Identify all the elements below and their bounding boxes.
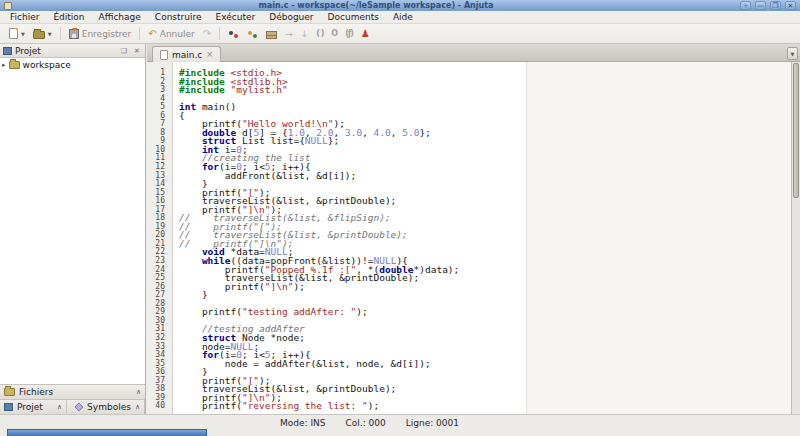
undo-icon: ↶ (148, 28, 156, 40)
line-number: 2 (147, 78, 169, 87)
function-button[interactable]: (ƒ) (341, 28, 357, 39)
circle-icon: O (331, 29, 337, 38)
fold-margin (169, 120, 179, 129)
menu-item[interactable]: Aide (386, 12, 420, 22)
code-line: 4 (147, 95, 791, 104)
menu-item[interactable]: Documents (321, 12, 386, 22)
expander-icon[interactable]: ▸ (2, 61, 6, 69)
fold-margin (169, 206, 179, 215)
status-line: Ligne: 0001 (406, 418, 459, 428)
tab-close-icon[interactable]: × (206, 50, 213, 59)
close-button[interactable]: ✕ (785, 1, 796, 10)
code-text: int main() (179, 103, 791, 112)
function-parens-icon: (ƒ) (345, 29, 353, 38)
run-button[interactable]: → (281, 27, 297, 41)
project-panel-bar[interactable]: Projet ∧ (0, 400, 67, 414)
editor-scrollbar[interactable] (791, 62, 800, 414)
line-number: 1 (147, 69, 169, 78)
autocomplete-button[interactable]: O (327, 28, 341, 39)
fold-margin (169, 377, 179, 386)
fold-margin (169, 137, 179, 146)
maximize-button[interactable]: ❐ (770, 1, 781, 10)
save-button[interactable]: Enregistrer (65, 28, 136, 40)
status-mode: Mode: INS (280, 418, 326, 428)
code-line: 13 addFront(&list, &d[i]); (147, 172, 791, 181)
dock-close-button[interactable]: ✕ (132, 47, 142, 55)
fold-margin (169, 78, 179, 87)
tab-main-c[interactable]: main.c × (152, 46, 221, 62)
profile-button[interactable] (243, 28, 262, 40)
dock-detach-button[interactable]: ❑ (119, 47, 129, 55)
shade-button[interactable]: ＋ (740, 1, 751, 10)
debugger-button[interactable]: ♟ (357, 27, 374, 41)
toolbar-separator (60, 27, 61, 40)
new-file-button[interactable]: ▼ (5, 27, 29, 40)
fold-margin (169, 368, 179, 377)
collapse-icon[interactable]: ∧ (136, 388, 141, 396)
status-bar: Mode: INS Col.: 000 Ligne: 0001 (0, 414, 800, 436)
chevron-down-icon[interactable]: ▼ (21, 31, 25, 37)
collapse-icon[interactable]: ∧ (135, 403, 140, 411)
title-bar[interactable]: main.c - workspace(~/leSample workspace)… (0, 0, 800, 11)
status-column: Col.: 000 (346, 418, 386, 428)
fold-margin (169, 180, 179, 189)
debug-config-button[interactable] (224, 28, 243, 40)
chevron-down-icon[interactable]: ▼ (48, 31, 52, 37)
fold-margin (169, 112, 179, 121)
project-panel-header: Projet ❑ ✕ (0, 44, 145, 58)
fold-margin (169, 172, 179, 181)
editor-pane: main.c × ▼ 1#include <stdio.h>2#include … (147, 44, 800, 414)
code-text: printf("reversing the list: "); (179, 402, 791, 411)
project-tree[interactable]: ▸ workspace (0, 58, 145, 384)
editor-text-area[interactable]: 1#include <stdio.h>2#include <stdlib.h>3… (147, 62, 800, 414)
open-folder-icon (33, 31, 45, 39)
fold-margin (169, 189, 179, 198)
fold-margin (169, 214, 179, 223)
tree-item-workspace[interactable]: ▸ workspace (0, 58, 145, 72)
undo-label: Annuler (160, 29, 195, 39)
parentheses-icon: ( ) (316, 29, 323, 38)
symbols-panel-bar[interactable]: Symboles ∧ (71, 400, 145, 414)
app-icon (4, 2, 12, 10)
open-file-button[interactable]: ▼ (29, 28, 56, 40)
fold-margin (169, 163, 179, 172)
fold-margin (169, 360, 179, 369)
collapse-icon[interactable]: ∧ (57, 403, 62, 411)
fold-margin (169, 317, 179, 326)
fold-margin (169, 129, 179, 138)
calltip-button[interactable]: ( ) (312, 28, 327, 39)
code-text: struct Node *node; (179, 334, 791, 343)
step-button[interactable]: ↓ (297, 27, 313, 41)
tab-scroll-button[interactable]: ▼ (787, 47, 798, 60)
menu-item[interactable]: Déboguer (262, 12, 320, 22)
undo-button[interactable]: ↶ Annuler (144, 27, 198, 41)
tree-item-label: workspace (23, 60, 71, 70)
bottom-panel-bars: Projet ∧ Symboles ∧ (0, 399, 145, 414)
tab-label: main.c (172, 50, 202, 60)
fold-margin (169, 154, 179, 163)
code-line: 29 printf("testing addAfter: "); (147, 308, 791, 317)
new-file-icon (9, 28, 18, 39)
line-number: 3 (147, 86, 169, 95)
menu-item[interactable]: Affichage (92, 12, 148, 22)
files-folder-icon (4, 388, 15, 396)
files-panel-label: Fichiers (19, 387, 132, 397)
menu-item[interactable]: Exécuter (209, 12, 263, 22)
minimize-button[interactable]: — (755, 1, 766, 10)
menu-item[interactable]: Construire (148, 12, 209, 22)
fold-margin (169, 86, 179, 95)
symbols-panel-label: Symboles (87, 402, 131, 412)
toolbar: ▼ ▼ Enregistrer ↶ Annuler ↷ → (0, 24, 800, 44)
scrollbar-thumb[interactable] (793, 63, 799, 198)
redo-button[interactable]: ↷ (199, 27, 215, 41)
build-button[interactable] (262, 28, 281, 40)
fold-margin (169, 274, 179, 283)
fold-margin (169, 385, 179, 394)
fold-margin (169, 343, 179, 352)
files-panel-bar[interactable]: Fichiers ∧ (0, 384, 145, 399)
menu-item[interactable]: Édition (46, 12, 91, 22)
line-number: 4 (147, 95, 169, 104)
fold-margin (169, 283, 179, 292)
fold-margin (169, 351, 179, 360)
menu-item[interactable]: Fichier (3, 12, 46, 22)
